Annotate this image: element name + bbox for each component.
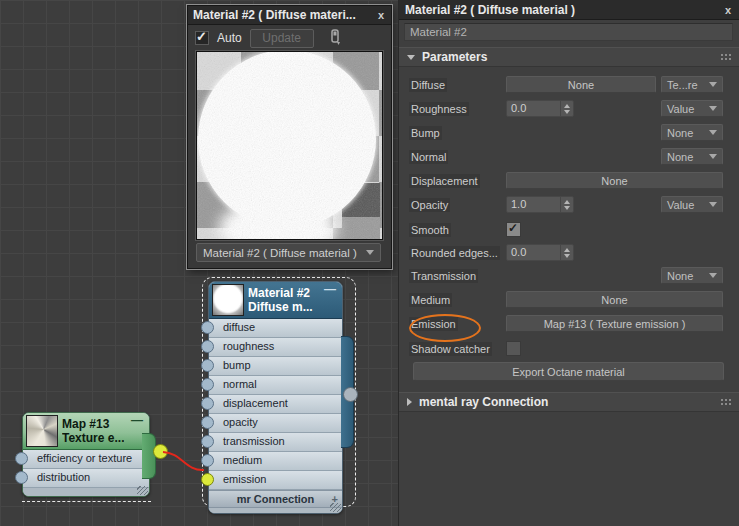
chevron-down-icon bbox=[709, 273, 717, 278]
input-socket[interactable] bbox=[201, 416, 214, 429]
spinner-arrows-icon[interactable] bbox=[560, 245, 573, 260]
slot-emission[interactable]: emission bbox=[209, 471, 342, 490]
transmission-type-value: None bbox=[667, 270, 693, 282]
spinner-arrows-icon[interactable] bbox=[560, 101, 573, 116]
update-button[interactable]: Update bbox=[250, 29, 314, 48]
preview-material-selector[interactable]: Material #2 ( Diffuse material ) bbox=[196, 243, 381, 262]
row-export: Export Octane material bbox=[413, 362, 724, 381]
material-node-footer bbox=[209, 508, 342, 513]
normal-type-dropdown[interactable]: None bbox=[661, 148, 723, 165]
chevron-down-icon bbox=[709, 130, 717, 135]
opacity-spinner[interactable]: 1.0 bbox=[506, 196, 574, 213]
bump-type-dropdown[interactable]: None bbox=[661, 124, 723, 141]
preview-window-titlebar[interactable]: Material #2 ( Diffuse materi... x bbox=[188, 6, 391, 25]
slot-label: opacity bbox=[223, 416, 258, 428]
shadow-catcher-checkbox[interactable] bbox=[506, 341, 521, 356]
resize-grip-icon[interactable] bbox=[330, 503, 341, 512]
input-socket[interactable] bbox=[201, 321, 214, 334]
row-shadow-catcher: Shadow catcher bbox=[409, 340, 730, 357]
map-node-footer bbox=[23, 488, 149, 496]
input-socket[interactable] bbox=[201, 435, 214, 448]
medium-label: Medium bbox=[409, 293, 452, 307]
material-node-thumbnail bbox=[212, 284, 244, 316]
auto-checkbox[interactable] bbox=[195, 31, 209, 45]
row-transmission: Transmission None bbox=[409, 267, 730, 284]
input-socket[interactable] bbox=[201, 378, 214, 391]
smooth-checkbox[interactable] bbox=[506, 222, 521, 237]
slot-medium[interactable]: medium bbox=[209, 452, 342, 471]
slot-roughness[interactable]: roughness bbox=[209, 338, 342, 357]
map-node-selection-outline bbox=[22, 501, 151, 502]
preview-material-selector-label: Material #2 ( Diffuse material ) bbox=[203, 247, 357, 259]
row-emission: Emission Map #13 ( Texture emission ) bbox=[409, 315, 730, 332]
roughness-spinner[interactable]: 0.0 bbox=[506, 100, 574, 117]
spinner-arrows-icon[interactable] bbox=[560, 197, 573, 212]
input-socket[interactable] bbox=[15, 452, 28, 465]
drag-grip-icon[interactable] bbox=[720, 53, 732, 62]
medium-map-button[interactable]: None bbox=[506, 291, 723, 308]
panel-title: Material #2 ( Diffuse material ) bbox=[405, 3, 723, 17]
roughness-type-value: Value bbox=[667, 103, 694, 115]
map-node-collapse-button[interactable]: — bbox=[131, 414, 143, 426]
export-octane-material-button[interactable]: Export Octane material bbox=[413, 362, 724, 381]
transmission-type-dropdown[interactable]: None bbox=[661, 267, 723, 284]
diffuse-label: Diffuse bbox=[409, 78, 447, 92]
material-node[interactable]: Material #2 Diffuse m... — diffuse rough… bbox=[208, 281, 343, 514]
map-node-thumbnail bbox=[26, 415, 58, 447]
smooth-label: Smooth bbox=[409, 223, 451, 237]
material-preview-image bbox=[196, 51, 383, 240]
slot-transmission[interactable]: transmission bbox=[209, 433, 342, 452]
slot-distribution[interactable]: distribution bbox=[23, 469, 149, 488]
map-output-socket[interactable] bbox=[153, 444, 168, 459]
slot-label: bump bbox=[223, 359, 251, 371]
input-socket[interactable] bbox=[201, 359, 214, 372]
mr-connection-row[interactable]: mr Connection + bbox=[209, 490, 342, 508]
sample-object-icon[interactable] bbox=[328, 29, 344, 47]
input-socket[interactable] bbox=[201, 454, 214, 467]
map-node[interactable]: Map #13 Texture e... — efficiency or tex… bbox=[22, 412, 150, 497]
material-preview-window[interactable]: Material #2 ( Diffuse materi... x Auto U… bbox=[187, 5, 392, 269]
material-output-socket[interactable] bbox=[343, 387, 358, 402]
input-socket[interactable] bbox=[201, 397, 214, 410]
roughness-type-dropdown[interactable]: Value bbox=[661, 100, 723, 117]
rounded-edges-value[interactable]: 0.0 bbox=[507, 245, 560, 260]
rounded-edges-spinner[interactable]: 0.0 bbox=[506, 244, 574, 261]
row-rounded-edges: Rounded edges... 0.0 bbox=[409, 244, 730, 261]
slot-normal[interactable]: normal bbox=[209, 376, 342, 395]
shadow-catcher-label: Shadow catcher bbox=[409, 342, 492, 356]
map-node-header[interactable]: Map #13 Texture e... — bbox=[23, 413, 149, 450]
material-node-collapse-button[interactable]: — bbox=[324, 283, 336, 295]
slot-bump[interactable]: bump bbox=[209, 357, 342, 376]
resize-grip-icon[interactable] bbox=[137, 486, 148, 495]
row-roughness: Roughness 0.0 Value bbox=[409, 100, 730, 117]
input-socket[interactable] bbox=[201, 340, 214, 353]
opacity-value[interactable]: 1.0 bbox=[507, 197, 560, 212]
slot-label: distribution bbox=[37, 471, 90, 483]
diffuse-map-button[interactable]: None bbox=[506, 76, 656, 93]
diffuse-type-dropdown[interactable]: Te...re bbox=[661, 76, 723, 93]
slot-efficiency-or-texture[interactable]: efficiency or texture bbox=[23, 450, 149, 469]
input-socket[interactable] bbox=[15, 471, 28, 484]
slot-label: transmission bbox=[223, 435, 285, 447]
slot-diffuse[interactable]: diffuse bbox=[209, 319, 342, 338]
parameters-rollout-header[interactable]: Parameters bbox=[399, 47, 739, 67]
slot-opacity[interactable]: opacity bbox=[209, 414, 342, 433]
slot-label: efficiency or texture bbox=[37, 452, 132, 464]
slot-label: medium bbox=[223, 454, 262, 466]
roughness-value[interactable]: 0.0 bbox=[507, 101, 560, 116]
displacement-map-button[interactable]: None bbox=[506, 172, 723, 189]
drag-grip-icon[interactable] bbox=[720, 398, 732, 407]
close-icon[interactable]: x bbox=[376, 9, 386, 21]
slot-displacement[interactable]: displacement bbox=[209, 395, 342, 414]
chevron-right-icon bbox=[407, 398, 412, 406]
emission-map-button[interactable]: Map #13 ( Texture emission ) bbox=[506, 315, 723, 332]
chevron-down-icon bbox=[709, 82, 717, 87]
chevron-down-icon bbox=[366, 250, 374, 255]
emission-input-socket[interactable] bbox=[201, 473, 214, 486]
material-name-input[interactable]: Material #2 bbox=[404, 23, 733, 41]
mental-ray-rollout-header[interactable]: mental ray Connection bbox=[399, 392, 739, 412]
opacity-type-dropdown[interactable]: Value bbox=[661, 196, 723, 213]
material-node-header[interactable]: Material #2 Diffuse m... — bbox=[209, 282, 342, 319]
panel-titlebar[interactable]: Material #2 ( Diffuse material ) x bbox=[399, 0, 739, 20]
close-icon[interactable]: x bbox=[723, 4, 733, 16]
